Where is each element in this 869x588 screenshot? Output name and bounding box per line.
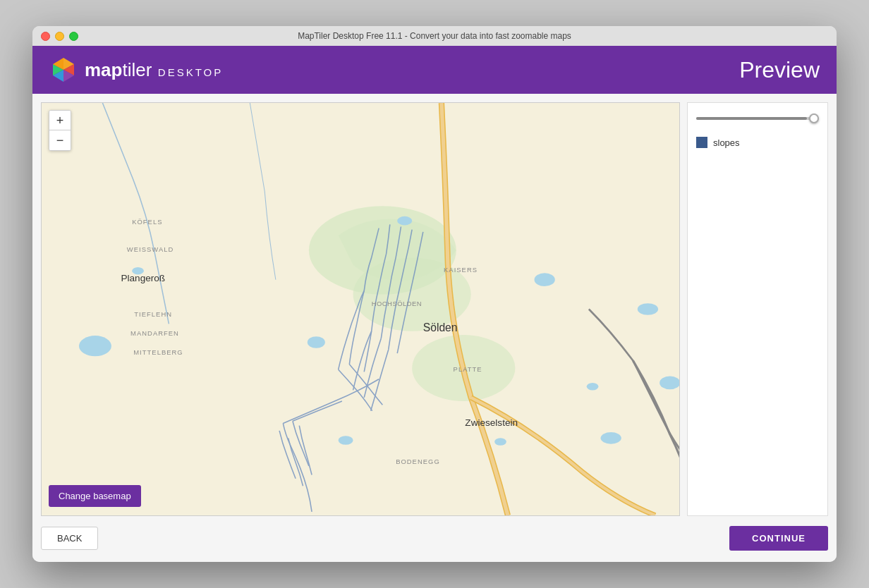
svg-text:MITTELBERG: MITTELBERG: [133, 348, 183, 356]
legend-item-slopes: slopes: [696, 137, 819, 148]
svg-point-6: [308, 336, 325, 348]
svg-point-7: [339, 436, 353, 445]
traffic-lights: [41, 32, 78, 41]
svg-text:KÖFELS: KÖFELS: [132, 218, 162, 226]
opacity-slider-container[interactable]: [696, 111, 819, 125]
zoom-out-button[interactable]: −: [49, 130, 71, 150]
svg-text:Zwieselstein: Zwieselstein: [465, 417, 518, 428]
bottom-bar: BACK CONTINUE: [41, 523, 828, 553]
slider-thumb[interactable]: [809, 114, 819, 123]
svg-text:Plangeroß: Plangeroß: [121, 273, 165, 283]
svg-text:PLATTE: PLATTE: [454, 365, 482, 373]
slider-track: [696, 117, 819, 120]
svg-point-12: [587, 383, 599, 390]
svg-point-11: [601, 432, 621, 444]
svg-text:KAISERS: KAISERS: [444, 266, 478, 274]
content-area: + −: [41, 102, 828, 516]
minimize-button[interactable]: [55, 32, 64, 41]
svg-text:TIEFLEHN: TIEFLEHN: [134, 310, 172, 318]
continue-button[interactable]: CONTINUE: [729, 526, 828, 551]
svg-text:MANDARFEN: MANDARFEN: [130, 329, 179, 337]
svg-point-8: [535, 273, 555, 286]
slider-fill: [696, 117, 807, 120]
svg-point-10: [660, 376, 679, 390]
svg-point-14: [397, 216, 412, 226]
header-preview-label: Preview: [739, 57, 820, 83]
maptiler-logo-icon: [49, 56, 78, 84]
window-title: MapTiler Desktop Free 11.1 - Convert you…: [298, 31, 571, 41]
map-area[interactable]: + −: [41, 102, 680, 516]
change-basemap-button[interactable]: Change basemap: [49, 485, 141, 507]
svg-text:BODENEGG: BODENEGG: [396, 458, 440, 465]
legend-label: slopes: [713, 137, 740, 148]
zoom-in-button[interactable]: +: [49, 111, 71, 130]
app-window: MapTiler Desktop Free 11.1 - Convert you…: [32, 26, 837, 562]
titlebar: MapTiler Desktop Free 11.1 - Convert you…: [32, 26, 837, 46]
back-button[interactable]: BACK: [41, 527, 98, 550]
legend-panel: slopes: [687, 102, 828, 516]
svg-point-13: [494, 438, 506, 445]
svg-text:Sölden: Sölden: [423, 321, 458, 333]
svg-text:HOCHSÖLDEN: HOCHSÖLDEN: [372, 300, 423, 307]
app-header: maptiler DESKTOP Preview: [32, 46, 837, 94]
map-svg: KÖFELS WEISSWALD Plangeroß TIEFLEHN MAND…: [42, 103, 679, 515]
maximize-button[interactable]: [69, 32, 78, 41]
svg-point-9: [638, 303, 658, 315]
legend-color-swatch: [696, 137, 707, 148]
map-zoom-controls: + −: [49, 110, 71, 151]
main-content: + −: [32, 94, 837, 562]
logo-area: maptiler DESKTOP: [49, 56, 223, 84]
logo-text: maptiler DESKTOP: [85, 59, 223, 81]
svg-point-5: [79, 336, 111, 356]
close-button[interactable]: [41, 32, 50, 41]
svg-text:WEISSWALD: WEISSWALD: [127, 245, 174, 253]
